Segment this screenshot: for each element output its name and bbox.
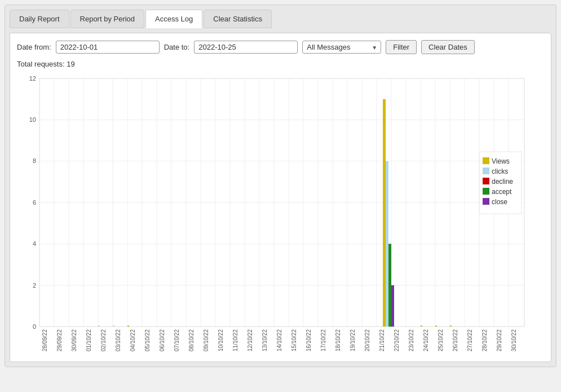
- svg-text:30/10/22: 30/10/22: [511, 329, 517, 351]
- svg-text:0: 0: [33, 323, 36, 330]
- svg-rect-52: [483, 168, 489, 174]
- minor-bar-2: [113, 325, 114, 327]
- svg-text:20/10/22: 20/10/22: [364, 329, 370, 351]
- svg-text:10: 10: [29, 116, 36, 123]
- svg-text:17/10/22: 17/10/22: [320, 329, 326, 351]
- svg-text:29/10/22: 29/10/22: [496, 329, 502, 351]
- svg-text:01/10/22: 01/10/22: [86, 329, 92, 351]
- svg-text:13/10/22: 13/10/22: [262, 329, 268, 351]
- x-label-31: 29/10/22: [496, 329, 502, 351]
- chart-svg: 0 2 4 6 8 10 12: [17, 73, 547, 355]
- main-container: Daily Report Report by Period Access Log…: [5, 5, 556, 367]
- message-select-wrapper[interactable]: All Messages: [302, 41, 381, 54]
- svg-text:23/10/22: 23/10/22: [408, 329, 414, 351]
- svg-text:06/10/22: 06/10/22: [159, 329, 165, 351]
- message-select[interactable]: All Messages: [302, 41, 381, 54]
- svg-text:6: 6: [33, 199, 36, 206]
- tab-clear-statistics[interactable]: Clear Statistics: [204, 10, 272, 28]
- x-label-1: 29/09/22: [56, 329, 63, 351]
- svg-text:04/10/22: 04/10/22: [130, 329, 136, 351]
- x-label-16: 14/10/22: [276, 329, 282, 351]
- svg-text:24/10/22: 24/10/22: [423, 329, 429, 351]
- x-label-12: 10/10/22: [218, 329, 224, 351]
- svg-text:14/10/22: 14/10/22: [276, 329, 282, 351]
- date-from-input[interactable]: [56, 41, 160, 54]
- svg-text:29/09/22: 29/09/22: [56, 329, 63, 351]
- minor-bar-4: [421, 325, 422, 327]
- main-panel: Date from: Date to: All Messages Filter …: [10, 33, 551, 362]
- x-label-19: 17/10/22: [320, 329, 326, 351]
- tab-daily-report[interactable]: Daily Report: [10, 10, 69, 28]
- date-from-label: Date from:: [17, 43, 51, 51]
- svg-text:26/10/22: 26/10/22: [452, 329, 458, 351]
- tab-access-log[interactable]: Access Log: [145, 10, 202, 28]
- chart-area: 0 2 4 6 8 10 12: [17, 73, 544, 355]
- close-bar: [391, 285, 394, 327]
- x-label-20: 18/10/22: [335, 329, 341, 351]
- clicks-bar: [386, 161, 388, 327]
- svg-rect-50: [483, 157, 489, 164]
- x-label-22: 20/10/22: [364, 329, 370, 351]
- svg-text:decline: decline: [492, 178, 513, 186]
- svg-text:22/10/22: 22/10/22: [394, 329, 400, 351]
- svg-text:27/10/22: 27/10/22: [467, 329, 473, 351]
- x-label-21: 19/10/22: [350, 329, 356, 351]
- x-label-2: 30/09/22: [71, 329, 77, 351]
- tab-bar: Daily Report Report by Period Access Log…: [10, 10, 551, 28]
- svg-text:21/10/22: 21/10/22: [379, 329, 385, 351]
- x-label-4: 02/10/22: [100, 329, 107, 351]
- svg-text:25/10/22: 25/10/22: [438, 329, 444, 351]
- svg-text:15/10/22: 15/10/22: [291, 329, 297, 351]
- x-label-24: 22/10/22: [394, 329, 400, 351]
- x-label-23: 21/10/22: [379, 329, 385, 351]
- svg-text:28/10/22: 28/10/22: [482, 329, 488, 351]
- svg-text:30/09/22: 30/09/22: [71, 329, 77, 351]
- total-requests: Total requests: 19: [17, 60, 544, 68]
- svg-rect-54: [483, 178, 489, 184]
- x-label-0: 28/09/22: [42, 329, 48, 351]
- filter-button[interactable]: Filter: [386, 40, 417, 54]
- x-label-5: 03/10/22: [115, 329, 121, 351]
- svg-text:28/09/22: 28/09/22: [42, 329, 48, 351]
- svg-text:11/10/22: 11/10/22: [232, 329, 238, 351]
- svg-text:8: 8: [33, 157, 36, 164]
- svg-text:4: 4: [33, 240, 36, 247]
- svg-text:clicks: clicks: [492, 168, 508, 175]
- x-label-13: 11/10/22: [232, 329, 238, 351]
- x-label-28: 26/10/22: [452, 329, 458, 351]
- svg-text:19/10/22: 19/10/22: [350, 329, 356, 351]
- x-label-10: 08/10/22: [188, 329, 195, 351]
- svg-text:12/10/22: 12/10/22: [247, 329, 253, 351]
- x-label-25: 23/10/22: [408, 329, 414, 351]
- minor-bar-3: [127, 325, 129, 327]
- x-label-3: 01/10/22: [86, 329, 92, 351]
- x-label-17: 15/10/22: [291, 329, 297, 351]
- svg-rect-56: [483, 188, 489, 195]
- views-bar: [383, 99, 386, 327]
- x-label-8: 06/10/22: [159, 329, 165, 351]
- svg-text:10/10/22: 10/10/22: [218, 329, 224, 351]
- date-to-input[interactable]: [194, 41, 298, 54]
- svg-text:16/10/22: 16/10/22: [306, 329, 312, 351]
- x-label-27: 25/10/22: [438, 329, 444, 351]
- svg-text:03/10/22: 03/10/22: [115, 329, 121, 351]
- svg-text:18/10/22: 18/10/22: [335, 329, 341, 351]
- x-label-9: 07/10/22: [174, 329, 180, 351]
- minor-bar-1: [98, 325, 100, 327]
- x-label-30: 28/10/22: [482, 329, 488, 351]
- minor-bar-5: [435, 325, 437, 327]
- clear-dates-button[interactable]: Clear Dates: [421, 40, 475, 54]
- svg-text:05/10/22: 05/10/22: [144, 329, 151, 351]
- date-to-label: Date to:: [164, 43, 190, 51]
- x-label-18: 16/10/22: [306, 329, 312, 351]
- svg-text:12: 12: [29, 75, 36, 82]
- tab-report-by-period[interactable]: Report by Period: [70, 10, 145, 28]
- svg-text:Views: Views: [492, 157, 510, 165]
- x-label-7: 05/10/22: [144, 329, 151, 351]
- x-label-15: 13/10/22: [262, 329, 268, 351]
- minor-bar-6: [450, 325, 452, 327]
- x-label-29: 27/10/22: [467, 329, 473, 351]
- svg-text:09/10/22: 09/10/22: [203, 329, 209, 351]
- x-label-26: 24/10/22: [423, 329, 429, 351]
- filter-row: Date from: Date to: All Messages Filter …: [17, 40, 544, 54]
